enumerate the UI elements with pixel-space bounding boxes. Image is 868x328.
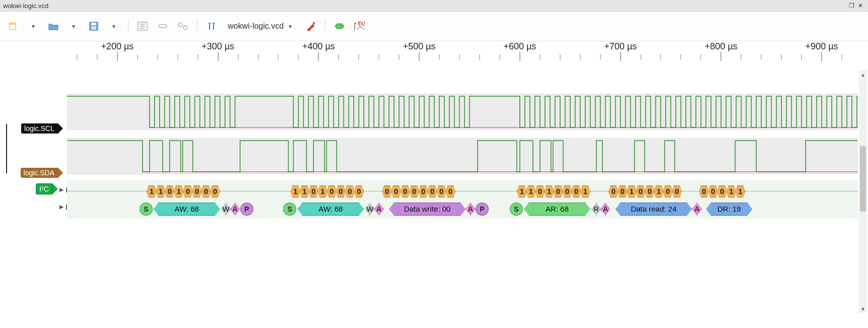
decoder-ad-lane[interactable]: SAW: 68WAPSAW: 68WAData write: 00APSAR: …	[67, 202, 858, 215]
decoder-bit: 0	[192, 185, 202, 198]
scroll-down-icon[interactable]: ▼	[859, 305, 867, 313]
decoder-token: AW: 68	[297, 203, 364, 216]
ruler-minor-tick	[97, 54, 97, 59]
ruler-minor-tick	[802, 54, 802, 59]
ruler-minor-tick	[197, 54, 198, 59]
decoder-bit: 1	[735, 185, 745, 198]
decoder-bit: 0	[354, 185, 364, 198]
decoder-bit: 0	[409, 185, 419, 198]
ruler-major-tick: +400 µs	[302, 41, 335, 61]
ruler-minor-tick	[459, 54, 460, 59]
waveform-scl[interactable]	[67, 94, 858, 130]
svg-point-7	[178, 23, 182, 27]
window-title: wokwi-logic.vcd	[3, 2, 847, 10]
decoder-marker: S	[140, 203, 153, 216]
open-file-dropdown[interactable]: ▼	[65, 17, 82, 35]
toolbar-separator	[128, 19, 128, 33]
ruler-label: +500 µs	[403, 41, 436, 52]
ruler-label: +700 µs	[604, 41, 637, 52]
decoder-bit: 1	[726, 185, 736, 198]
channel-group-bracket	[6, 124, 12, 173]
toolbar: ▼ ▼ ▼ wokwi-logic.vcd ▼ f(x)	[0, 12, 868, 41]
cursors-icon	[207, 21, 217, 31]
scroll-up-icon[interactable]: ▲	[859, 71, 867, 79]
waveform-sda[interactable]	[67, 138, 858, 174]
svg-rect-4	[91, 26, 96, 30]
decoder-bit: 0	[183, 185, 193, 198]
decoder-bits-lane[interactable]: 1101000011010000000000001101000100100100…	[67, 184, 858, 198]
tag-arrow-icon	[57, 123, 63, 134]
save-dropdown[interactable]: ▼	[106, 17, 122, 35]
zoom-out-button[interactable]	[155, 17, 171, 35]
decoder-bit: 0	[618, 185, 628, 198]
new-file-button[interactable]	[5, 17, 21, 35]
close-icon[interactable]: ✕	[856, 1, 865, 10]
ruler-minor-tick	[258, 54, 258, 59]
ruler-minor-tick	[540, 54, 540, 59]
ruler-minor-tick	[842, 54, 842, 59]
cursors-button[interactable]	[204, 17, 220, 35]
decoder-bit: 0	[535, 185, 545, 198]
zoom-fit-icon	[138, 22, 148, 31]
ruler-minor-tick	[238, 54, 238, 59]
decoder-tag-i2c[interactable]: I²C	[36, 183, 58, 194]
decoder-token: Data read: 24	[616, 203, 692, 216]
ruler-label: +600 µs	[503, 41, 536, 52]
decoder-token: Data write: 00	[389, 203, 465, 216]
ruler-major-tick: +900 µs	[806, 41, 838, 61]
ruler-minor-tick	[278, 54, 279, 59]
channel-tag-label: logic.SCL	[21, 123, 57, 134]
tag-arrow-icon	[57, 167, 63, 178]
zoom-out-icon	[158, 23, 168, 30]
waveform-canvas[interactable]: logic.SCLlogic.SDAI²C▶I²C: Bits▶I²C: Add…	[0, 63, 868, 315]
ruler-minor-tick	[781, 54, 782, 59]
session-file-selector[interactable]: wokwi-logic.vcd ▼	[224, 22, 299, 31]
decoder-button[interactable]	[331, 17, 348, 35]
save-button[interactable]	[86, 17, 102, 35]
vertical-scrollbar[interactable]: ▲ ▼	[859, 71, 867, 313]
decoder-green-icon	[334, 23, 345, 30]
open-file-button[interactable]	[45, 17, 61, 35]
save-icon	[89, 21, 99, 31]
decoder-bit: 0	[210, 185, 220, 198]
ruler-minor-tick	[298, 54, 299, 59]
decoder-bit: 0	[663, 185, 673, 198]
ruler-minor-tick	[359, 54, 359, 59]
decoder-bit: 0	[636, 185, 646, 198]
zoom-1-1-button[interactable]	[175, 17, 191, 35]
decoder-marker: S	[510, 203, 523, 216]
ruler-minor-tick	[761, 54, 762, 59]
dock-icon[interactable]: ❐	[847, 1, 856, 10]
decoder-token: A	[692, 203, 702, 216]
new-file-icon	[8, 21, 18, 31]
decoder-bit: 0	[326, 185, 337, 198]
scroll-thumb[interactable]	[860, 146, 866, 212]
expand-icon[interactable]: ▶	[59, 186, 63, 193]
decoder-bit: 0	[645, 185, 655, 198]
ruler-minor-tick	[681, 54, 681, 59]
ruler-minor-tick	[560, 54, 560, 59]
math-button[interactable]: f(x)	[352, 17, 368, 35]
time-ruler[interactable]: +200 µs+300 µs+400 µs+500 µs+600 µs+700 …	[67, 41, 858, 63]
decoder-marker: S	[283, 203, 296, 216]
new-file-dropdown[interactable]: ▼	[25, 17, 41, 35]
decoder-bit: 0	[553, 185, 563, 198]
ruler-minor-tick	[580, 54, 580, 59]
decoder-bit: 1	[147, 185, 157, 198]
decoder-token: A	[465, 203, 476, 216]
channel-tag-scl[interactable]: logic.SCL	[21, 123, 63, 134]
decoder-bit: 0	[609, 185, 619, 198]
expand-icon[interactable]: ▶	[59, 204, 63, 210]
zoom-fit-button[interactable]	[135, 17, 151, 35]
decoder-bit: 1	[317, 185, 327, 198]
decoder-bit: 0	[391, 185, 401, 198]
decoder-bit: 1	[526, 185, 536, 198]
ruler-minor-tick	[640, 54, 641, 59]
ruler-minor-tick	[701, 54, 701, 59]
ruler-minor-tick	[439, 54, 440, 59]
math-icon: f(x)	[353, 21, 366, 32]
decoder-bit: 0	[708, 185, 718, 198]
ruler-minor-tick	[339, 54, 339, 59]
probe-button[interactable]	[303, 17, 319, 35]
channel-tag-sda[interactable]: logic.SDA	[21, 167, 63, 178]
